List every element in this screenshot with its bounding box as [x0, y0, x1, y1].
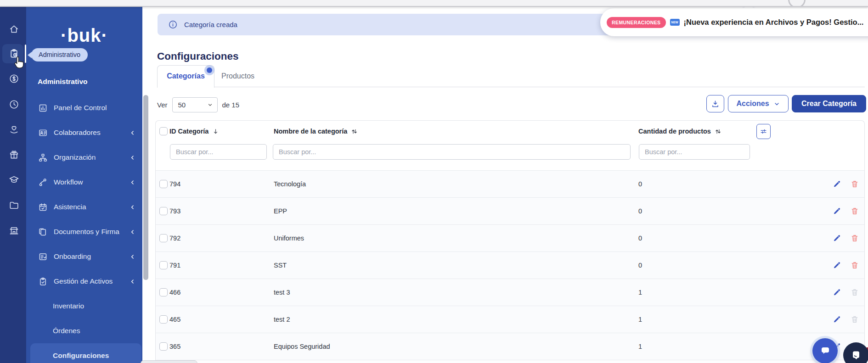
edit-button[interactable] — [832, 207, 841, 216]
sidebar-item-panel-de-control[interactable]: Panel de Control — [26, 95, 142, 120]
sidebar-item-label: Panel de Control — [54, 104, 107, 112]
row-checkbox[interactable] — [159, 180, 168, 188]
download-button[interactable] — [706, 95, 724, 112]
column-header-name[interactable]: Nombre de la categoría — [274, 121, 358, 142]
tab-categorias-label: Categorías — [167, 72, 205, 80]
rail-tooltip: Administrativo — [31, 48, 88, 61]
sidebar-item-gesti-n-de-activos[interactable]: Gestión de Activos — [26, 269, 142, 294]
sidebar-item-label: Onboarding — [54, 252, 91, 261]
cell-name: test 3 — [274, 279, 290, 306]
pagination-controls: Ver 50 de 15 — [157, 97, 239, 112]
chevron-left-icon — [129, 204, 136, 211]
new-badge-icon: NEW — [670, 19, 680, 26]
collaborators-icon — [38, 128, 48, 138]
cell-qty: 0 — [638, 171, 642, 197]
chat-bubble-icon — [818, 344, 832, 358]
table-row: 465test 21 — [156, 306, 864, 333]
tab-categorias[interactable]: Categorías — [157, 65, 214, 88]
gifts-icon[interactable] — [9, 150, 19, 160]
cell-id: 465 — [169, 306, 180, 333]
column-header-id[interactable]: ID Categoría — [169, 121, 220, 142]
chevron-left-icon — [129, 253, 136, 260]
announcement-tag: REMUNERACIONES — [607, 17, 666, 28]
table-row: 791SST0 — [156, 251, 864, 279]
delete-button[interactable] — [850, 179, 859, 189]
sidebar-item-label: Documentos y Firma — [54, 228, 119, 236]
sidebar-item-label: Configuraciones — [53, 352, 109, 360]
cell-qty: 1 — [638, 279, 642, 306]
column-header-qty[interactable]: Cantidad de productos — [638, 121, 722, 142]
secondary-chat-button[interactable] — [843, 342, 868, 363]
sort-both-icon[interactable] — [714, 128, 722, 135]
home-icon[interactable] — [9, 24, 19, 34]
edit-button[interactable] — [832, 179, 841, 189]
sidebar-item-inventario[interactable]: Inventario — [26, 294, 142, 318]
search-id-input[interactable] — [170, 144, 267, 160]
delete-button[interactable] — [850, 261, 859, 270]
announcement-text: ¡Nueva experiencia en Archivos y Pagos! … — [684, 18, 864, 27]
main-content: Categoría creada REMUNERACIONES NEW ¡Nue… — [142, 7, 868, 363]
page-size-select[interactable]: 50 — [172, 97, 218, 112]
sidebar-item-workflow[interactable]: Workflow — [26, 170, 142, 195]
sidebar-item-configuraciones[interactable]: Configuraciones — [30, 343, 141, 363]
sort-both-icon[interactable] — [350, 128, 358, 135]
cell-qty: 0 — [638, 198, 642, 224]
sidebar-item--rdenes[interactable]: Órdenes — [26, 318, 142, 343]
column-settings-button[interactable] — [756, 124, 771, 139]
delete-button — [850, 315, 859, 324]
row-checkbox[interactable] — [159, 342, 168, 351]
top-browser-strip — [0, 0, 868, 7]
sidebar-scrollbar[interactable] — [143, 95, 148, 280]
create-category-label: Crear Categoría — [801, 100, 857, 108]
sidebar-item-colaboradores[interactable]: Colaboradores — [26, 120, 142, 145]
actions-button[interactable]: Acciones — [728, 95, 789, 112]
chevron-left-icon — [129, 129, 136, 136]
assets-icon — [38, 277, 48, 286]
organization-icon — [38, 153, 48, 162]
row-checkbox[interactable] — [159, 288, 168, 296]
announcement-popup[interactable]: REMUNERACIONES NEW ¡Nueva experiencia en… — [600, 8, 868, 36]
documents-icon — [38, 227, 48, 237]
payroll-icon[interactable] — [9, 73, 19, 84]
time-icon[interactable] — [9, 99, 19, 110]
row-checkbox[interactable] — [159, 207, 168, 215]
chevron-left-icon — [129, 179, 136, 186]
sidebar-item-documentos-y-firma[interactable]: Documentos y Firma — [26, 219, 142, 244]
alert-text: Categoría creada — [184, 14, 237, 35]
table-row: 466test 31 — [156, 279, 864, 306]
create-category-button[interactable]: Crear Categoría — [792, 95, 866, 112]
row-checkbox[interactable] — [159, 234, 168, 242]
chat-widget-button[interactable] — [812, 338, 838, 363]
select-all-checkbox[interactable] — [159, 127, 168, 135]
search-name-input[interactable] — [273, 144, 631, 160]
sidebar-item-organizaci-n[interactable]: Organización — [26, 145, 142, 170]
cell-qty: 0 — [638, 225, 642, 251]
page-size-value: 50 — [178, 101, 186, 109]
column-label: Cantidad de productos — [638, 128, 711, 135]
search-qty-input[interactable] — [639, 144, 750, 160]
edit-button[interactable] — [832, 288, 841, 297]
edit-button[interactable] — [832, 315, 841, 324]
row-checkbox[interactable] — [159, 261, 168, 269]
tab-productos[interactable]: Productos — [221, 65, 254, 87]
categories-table: ID Categoría Nombre de la categoría Cant… — [155, 120, 865, 363]
folder-icon[interactable] — [9, 200, 19, 211]
cell-name: Uniformes — [274, 225, 304, 251]
education-icon[interactable] — [9, 174, 19, 185]
delete-button[interactable] — [850, 207, 859, 216]
table-row: 365Equipos Seguridad1 — [156, 333, 864, 360]
company-icon[interactable] — [9, 225, 19, 236]
sort-desc-icon[interactable] — [212, 128, 220, 135]
row-checkbox[interactable] — [159, 315, 168, 324]
delete-button[interactable] — [850, 234, 859, 243]
delete-button — [850, 288, 859, 297]
table-row: 792Uniformes0 — [156, 224, 864, 251]
download-icon — [711, 100, 720, 108]
sidebar-item-onboarding[interactable]: Onboarding — [26, 244, 142, 269]
edit-button[interactable] — [832, 261, 841, 270]
table-row: 794Tecnología0 — [156, 170, 864, 197]
chevron-left-icon — [129, 278, 136, 285]
sidebar-item-asistencia[interactable]: Asistencia — [26, 195, 142, 219]
benefits-icon[interactable] — [9, 124, 19, 135]
edit-button[interactable] — [832, 234, 841, 243]
